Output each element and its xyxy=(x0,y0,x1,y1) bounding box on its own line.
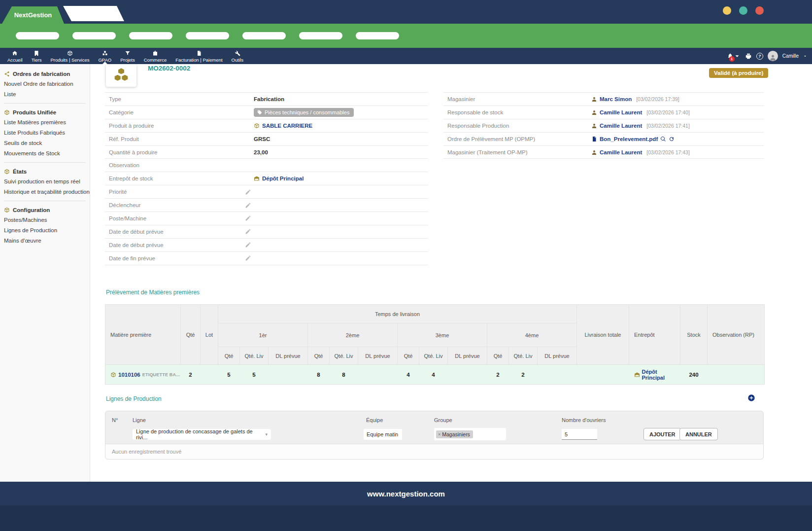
navbar-right: 1 ? Camille xyxy=(727,48,807,64)
person-link[interactable]: Marc Simon xyxy=(600,96,632,102)
nav-label: Projets xyxy=(120,57,135,63)
material-description: ETIQUETTE BA... xyxy=(142,372,180,377)
notifications-button[interactable]: 1 xyxy=(727,53,741,60)
plus-circle-icon xyxy=(747,394,755,402)
menu-pill[interactable] xyxy=(186,32,229,39)
person-link[interactable]: Camille Laurent xyxy=(600,123,642,129)
sidebar-item-postes-machines[interactable]: Postes/Machines xyxy=(4,217,86,223)
avatar[interactable] xyxy=(768,51,778,61)
modules-icon xyxy=(102,50,108,56)
nav-item-accueil[interactable]: Accueil xyxy=(3,48,27,64)
pencil-icon[interactable] xyxy=(245,215,251,221)
materials-table: Matière première Qté Lot Temps de livrai… xyxy=(105,304,765,385)
window-minimize-dot[interactable] xyxy=(723,6,731,15)
refresh-icon[interactable] xyxy=(669,136,675,142)
pencil-icon[interactable] xyxy=(245,202,251,209)
invoice-icon xyxy=(196,50,202,56)
nav-label: Accueil xyxy=(7,57,23,63)
sidebar-section-configuration: Configuration xyxy=(4,207,86,213)
material-row: 1010106 ETIQUETTE BA... 2 55 88 44 22 xyxy=(105,365,765,385)
chevron-down-icon xyxy=(734,53,741,60)
menu-pill[interactable] xyxy=(72,32,116,39)
sidebar-item-historique[interactable]: Historique et traçabilité production xyxy=(4,189,86,195)
notification-badge: 1 xyxy=(729,56,735,62)
equipe-input[interactable] xyxy=(364,429,402,440)
col-ligne: Ligne xyxy=(133,417,146,423)
detail-row-priorite: Priorité xyxy=(105,185,428,199)
menu-pill[interactable] xyxy=(129,32,172,39)
annuler-button[interactable]: ANNULER xyxy=(679,428,718,440)
print-button[interactable] xyxy=(745,53,752,60)
col-livraison-totale: Livraison totale xyxy=(577,305,629,365)
warehouse-link[interactable]: Dépôt Principal xyxy=(262,176,304,181)
remove-tag-icon[interactable]: × xyxy=(438,432,440,437)
production-line-select[interactable]: Ligne de production de concassage de gal… xyxy=(133,429,271,440)
menu-pill[interactable] xyxy=(242,32,286,39)
sidebar-item-liste-matieres[interactable]: Liste Matières premières xyxy=(4,119,86,125)
window-maximize-dot[interactable] xyxy=(739,6,747,15)
add-production-line-button[interactable] xyxy=(747,394,755,402)
sidebar-section-produits: Produits Unifiée xyxy=(4,109,86,115)
sidebar-item-nouvel-ordre[interactable]: Nouvel Ordre de fabrication xyxy=(4,81,86,87)
timestamp: [03/02/2026 17:39] xyxy=(636,96,679,102)
nav-item-gpao[interactable]: GPAO xyxy=(94,48,116,64)
sidebar-item-mouvements[interactable]: Mouvements de Stock xyxy=(4,150,86,156)
box-icon xyxy=(110,372,116,378)
nav-item-facturation[interactable]: Facturation | Paiement xyxy=(171,48,227,64)
nav-item-outils[interactable]: Outils xyxy=(227,48,248,64)
box-icon xyxy=(254,123,260,129)
product-link[interactable]: SABLE CARRIERE xyxy=(262,123,312,129)
magnifier-icon[interactable] xyxy=(660,136,666,142)
detail-row-opmp: Ordre de Prélèvement MP (OPMP) Bon_Prele… xyxy=(443,133,764,146)
pencil-icon[interactable] xyxy=(245,255,251,261)
groupe-input[interactable]: × Magasiniers xyxy=(434,428,506,440)
menu-pill[interactable] xyxy=(356,32,399,39)
nav-label: Facturation | Paiement xyxy=(175,57,222,63)
chevron-down-icon xyxy=(803,54,807,58)
bottom-strip xyxy=(0,505,812,531)
workers-count-input[interactable] xyxy=(562,429,597,440)
main-content: MO2602-0002 Validé (à produire) Type Fab… xyxy=(90,64,812,482)
quantity-value: 23,00 xyxy=(254,149,268,155)
detail-row-produit: Produit à produire SABLE CARRIERE xyxy=(105,119,428,133)
sidebar-item-seuils[interactable]: Seuils de stock xyxy=(4,140,86,146)
sidebar-item-liste[interactable]: Liste xyxy=(4,91,86,97)
pencil-icon[interactable] xyxy=(245,189,251,195)
col-entrepot: Entrepôt xyxy=(629,305,680,365)
footer-url: www.nextgestion.com xyxy=(367,490,445,498)
person-icon xyxy=(769,54,777,61)
tag-icon xyxy=(257,110,262,115)
sidebar-item-liste-fabriques[interactable]: Liste Produits Fabriqués xyxy=(4,130,86,136)
pdf-link[interactable]: Bon_Prelevement.pdf xyxy=(600,136,658,142)
detail-row-date-debut-1: Date de début prévue xyxy=(105,225,428,239)
detail-row-observation: Observation xyxy=(105,159,428,172)
sidebar-item-suivi-production[interactable]: Suivi production en temps réel xyxy=(4,178,86,184)
cell-stock: 240 xyxy=(680,365,708,385)
person-link[interactable]: Camille Laurent xyxy=(600,109,642,115)
nav-item-tiers[interactable]: Tiers xyxy=(27,48,46,64)
ajouter-button[interactable]: AJOUTER xyxy=(643,428,681,440)
sidebar-item-mains-oeuvre[interactable]: Mains d'œuvre xyxy=(4,238,86,244)
detail-row-declencheur: Déclencheur xyxy=(105,199,428,212)
nav-item-projets[interactable]: Projets xyxy=(116,48,139,64)
person-icon xyxy=(591,109,597,115)
material-code-link[interactable]: 1010106 xyxy=(118,372,140,378)
timestamp: [03/02/2026 17:43] xyxy=(646,149,690,155)
nav-item-commerce[interactable]: Commerce xyxy=(139,48,171,64)
person-link[interactable]: Camille Laurent xyxy=(600,149,642,155)
help-button[interactable]: ? xyxy=(756,53,763,60)
secondary-tab[interactable] xyxy=(63,6,124,21)
window-controls xyxy=(723,6,764,15)
window-close-dot[interactable] xyxy=(755,6,764,15)
nav-label: Outils xyxy=(232,57,243,63)
pencil-icon[interactable] xyxy=(245,242,251,248)
sidebar-item-lignes-production[interactable]: Lignes de Production xyxy=(4,227,86,233)
menu-pill[interactable] xyxy=(16,32,59,39)
box-icon xyxy=(4,169,10,175)
warehouse-link[interactable]: Dépôt Principal xyxy=(642,369,680,381)
user-menu[interactable]: Camille xyxy=(782,53,799,59)
nav-item-produits-services[interactable]: Produits | Services xyxy=(46,48,94,64)
pencil-icon[interactable] xyxy=(245,228,251,235)
menu-pill[interactable] xyxy=(299,32,342,39)
person-icon xyxy=(591,123,597,129)
